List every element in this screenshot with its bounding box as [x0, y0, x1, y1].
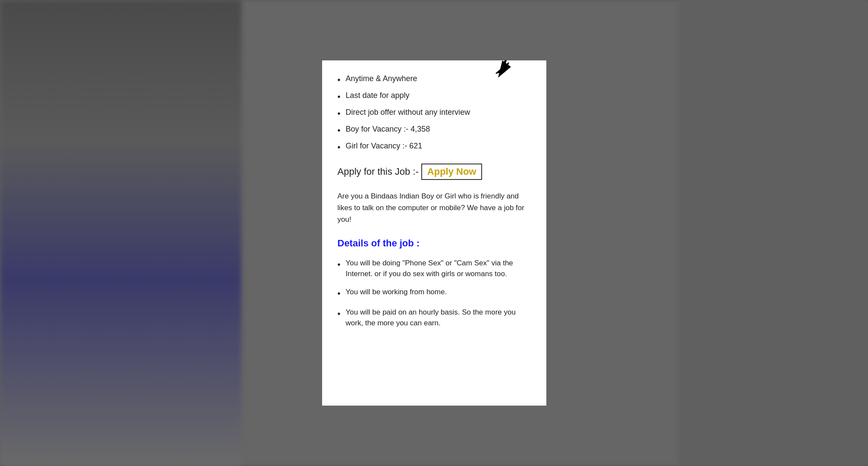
description-text: Are you a Bindaas Indian Boy or Girl who…	[338, 190, 531, 226]
bullet-item-3: Direct job offer without any interview	[338, 107, 531, 120]
details-heading: Details of the job :	[338, 238, 531, 249]
top-bullet-list: Anytime & Anywhere Last date for apply D…	[338, 73, 531, 153]
apply-section: Apply for this Job :- Apply Now	[338, 164, 531, 180]
modal-card: Anytime & Anywhere Last date for apply D…	[322, 60, 546, 406]
right-blur-panel	[678, 0, 868, 466]
bullet-item-2: Last date for apply	[338, 90, 531, 103]
bullet-item-4: Boy for Vacancy :- 4,358	[338, 124, 531, 136]
apply-for-text: Apply for this Job :-	[338, 166, 419, 177]
left-blur-panel	[0, 0, 241, 466]
details-list: You will be doing "Phone Sex" or "Cam Se…	[338, 258, 531, 329]
detail-item-1: You will be doing "Phone Sex" or "Cam Se…	[338, 258, 531, 280]
apply-now-button[interactable]: Apply Now	[421, 164, 483, 180]
detail-item-3: You will be paid on an hourly basis. So …	[338, 307, 531, 329]
bullet-item-5: Girl for Vacancy :- 621	[338, 141, 531, 153]
detail-item-2: You will be working from home.	[338, 287, 531, 300]
arrow-annotation	[495, 60, 533, 80]
